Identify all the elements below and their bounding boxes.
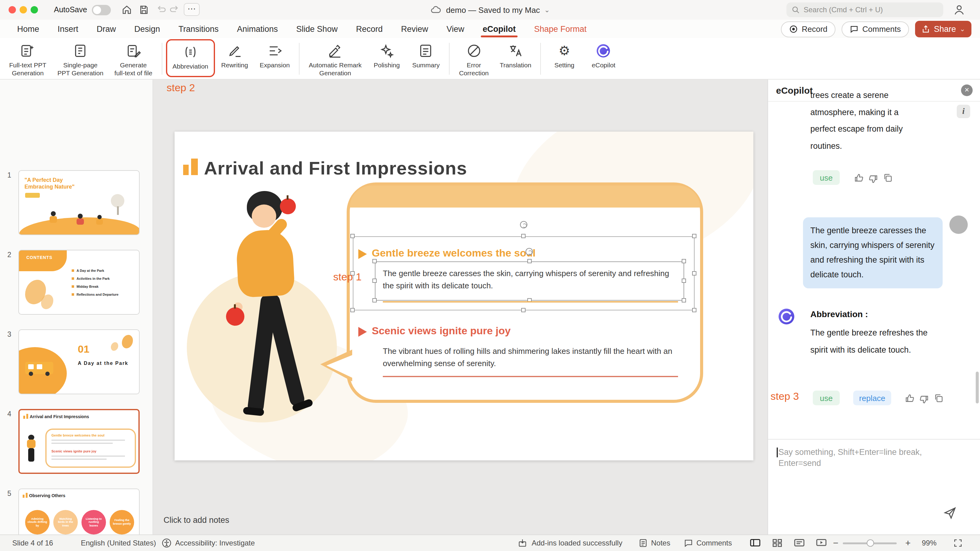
replace-button[interactable]: replace: [853, 391, 891, 405]
doc-title-chevron-icon[interactable]: ⌄: [544, 6, 550, 14]
slideshow-view-icon[interactable]: [816, 538, 827, 548]
ribbon-item-automatic-remark-generation[interactable]: Automatic Remark Generation: [303, 38, 367, 78]
title-bars-icon: [23, 493, 27, 498]
tab-shape-format[interactable]: Shape Format: [534, 24, 587, 33]
resize-handle[interactable]: [350, 308, 355, 312]
zoom-level[interactable]: 99%: [922, 539, 937, 547]
bullet2-title[interactable]: Scenic views ignite pure joy: [372, 325, 511, 337]
zoom-in-button[interactable]: +: [905, 538, 911, 548]
thumbs-up-icon[interactable]: [854, 173, 864, 183]
account-icon[interactable]: [953, 4, 965, 16]
rotation-handle[interactable]: [520, 221, 527, 229]
close-panel-icon[interactable]: ×: [961, 84, 973, 96]
ribbon-item-summary[interactable]: Summary: [406, 38, 445, 78]
ribbon-item-translation[interactable]: Translation: [494, 38, 537, 78]
tab-record[interactable]: Record: [356, 24, 382, 33]
slide-thumbnail-5[interactable]: Observing Others Admiring clouds driftin…: [18, 489, 140, 535]
resize-handle[interactable]: [372, 298, 377, 302]
slide-title[interactable]: Arrival and First Impressions: [204, 158, 467, 179]
resize-handle[interactable]: [682, 298, 686, 302]
ribbon-item-setting[interactable]: ⚙ Setting: [545, 38, 584, 78]
slide-thumbnail-3[interactable]: 01 A Day at the Park: [18, 329, 140, 394]
normal-view-icon[interactable]: [750, 538, 761, 548]
share-button[interactable]: Share ⌄: [915, 21, 972, 37]
ribbon-item-polishing[interactable]: Polishing: [367, 38, 406, 78]
slide-thumbnail-4[interactable]: Arrival and First Impressions Gentle bre…: [18, 409, 140, 474]
tab-home[interactable]: Home: [17, 24, 39, 33]
resize-handle[interactable]: [521, 308, 525, 312]
accessibility-status[interactable]: Accessibility: Investigate: [175, 539, 255, 547]
thumb5-circle: Admiring clouds drifting by: [25, 510, 49, 535]
current-slide[interactable]: Arrival and First Impressions Gent: [175, 132, 753, 460]
resize-handle[interactable]: [350, 234, 355, 238]
tab-ecopilot[interactable]: eCopilot: [483, 24, 516, 33]
toc-entry: Activities in the Park: [76, 277, 110, 280]
ribbon-item-ecopilot[interactable]: eCopilot: [584, 38, 623, 78]
menubar-actions: Record Comments Share ⌄: [781, 21, 971, 37]
bullet2-text[interactable]: The vibrant hues of rolling hills and sh…: [383, 345, 674, 369]
search-input[interactable]: Search (Cmd + Ctrl + U): [786, 2, 943, 17]
language-selector[interactable]: English (United States): [81, 539, 156, 547]
chat-input-area[interactable]: Say something, Shift+Enter=line break, E…: [768, 439, 980, 535]
thumbs-down-icon[interactable]: [919, 394, 929, 405]
ribbon-separator: [161, 43, 162, 75]
tab-animations[interactable]: Animations: [237, 24, 278, 33]
menubar: Home Insert Draw Design Transitions Anim…: [0, 20, 980, 38]
thumbs-down-icon[interactable]: [868, 174, 878, 184]
ribbon-item-label: Expansion: [260, 61, 290, 69]
comments-button[interactable]: Comments: [842, 21, 909, 37]
slide-sorter-view-icon[interactable]: [772, 538, 783, 548]
tab-view[interactable]: View: [447, 24, 464, 33]
bullet1-text[interactable]: The gentle breeze caresses the skin, car…: [383, 268, 674, 291]
comments-toggle[interactable]: Comments: [697, 539, 732, 547]
tab-draw[interactable]: Draw: [97, 24, 116, 33]
editor-canvas[interactable]: Arrival and First Impressions Gent: [153, 79, 767, 535]
resize-handle[interactable]: [372, 259, 377, 263]
tab-transitions[interactable]: Transitions: [178, 24, 219, 33]
send-icon[interactable]: [943, 506, 957, 520]
ribbon-item-abbreviation[interactable]: Abbreviation: [166, 39, 215, 77]
record-button[interactable]: Record: [781, 21, 835, 37]
thumb1-title: "A Perfect Day Embracing Nature": [24, 177, 75, 191]
ribbon-item-expansion[interactable]: Expansion: [254, 38, 295, 78]
ribbon-item-error-correction[interactable]: Error Correction: [453, 38, 494, 78]
resize-handle[interactable]: [527, 259, 531, 263]
resize-handle[interactable]: [692, 271, 697, 275]
use-button[interactable]: use: [813, 391, 840, 405]
resize-handle[interactable]: [521, 234, 525, 238]
thumbs-up-icon[interactable]: [905, 393, 915, 403]
tab-slide-show[interactable]: Slide Show: [296, 24, 337, 33]
resize-handle[interactable]: [682, 259, 686, 263]
copy-icon[interactable]: [934, 393, 944, 403]
zoom-out-button[interactable]: −: [833, 538, 838, 548]
ribbon-item-rewriting[interactable]: Rewriting: [215, 38, 254, 78]
ribbon-item-singlepage-ppt-generation[interactable]: Single-page PPT Generation: [52, 38, 109, 78]
tab-design[interactable]: Design: [134, 24, 160, 33]
resize-handle[interactable]: [372, 279, 377, 283]
use-button[interactable]: use: [813, 170, 840, 185]
tab-insert[interactable]: Insert: [57, 24, 78, 33]
slide-thumbnail-2[interactable]: CONTENTS A Day at the Park Activities in…: [18, 250, 140, 315]
chat-scrollbar[interactable]: [976, 372, 979, 403]
inner-rotation-handle[interactable]: [525, 248, 533, 255]
tab-review[interactable]: Review: [401, 24, 428, 33]
thumb5-circle: Listening to rustling leaves: [81, 510, 106, 535]
reading-view-icon[interactable]: [794, 538, 805, 548]
zoom-slider-thumb[interactable]: [867, 539, 874, 547]
resize-handle[interactable]: [692, 308, 697, 312]
slide-thumbnail-1[interactable]: "A Perfect Day Embracing Nature": [18, 170, 140, 235]
document-title[interactable]: demo — Saved to my Mac: [446, 5, 540, 14]
resize-handle[interactable]: [682, 279, 686, 283]
copy-icon[interactable]: [883, 173, 893, 183]
addins-icon: [517, 538, 527, 548]
fit-to-window-icon[interactable]: [953, 538, 963, 548]
ribbon-item-fulltext-ppt-generation[interactable]: Full-text PPT Generation: [4, 38, 52, 78]
ribbon-item-label: Error Correction: [459, 61, 489, 76]
resize-handle[interactable]: [692, 234, 697, 238]
info-icon[interactable]: i: [957, 105, 970, 118]
accessibility-icon: [162, 538, 172, 548]
notes-toggle[interactable]: Notes: [651, 539, 670, 547]
thumb-number: 1: [7, 171, 11, 179]
notes-placeholder[interactable]: Click to add notes: [164, 516, 229, 525]
ribbon-item-generate-fulltext-of-file[interactable]: Generate full-text of file: [109, 38, 158, 78]
